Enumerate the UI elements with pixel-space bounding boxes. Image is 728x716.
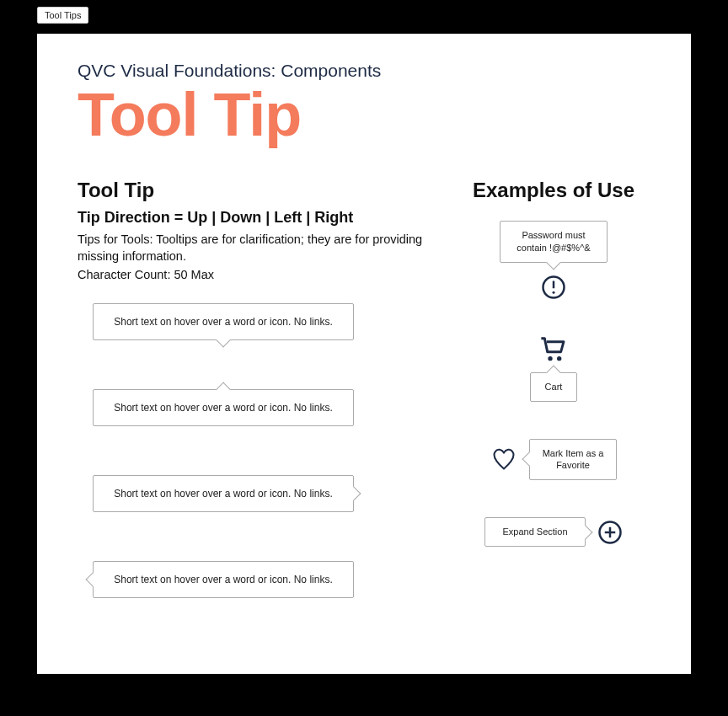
example-tooltip: Mark Item as a Favorite [529, 439, 617, 481]
tooltip-text: Short text on hover over a word or icon.… [114, 488, 332, 500]
svg-point-4 [557, 356, 561, 361]
tooltip-arrow-up-icon [547, 365, 561, 379]
tooltip-arrow-down-icon [217, 334, 231, 348]
example-favorite: Mark Item as a Favorite [457, 439, 650, 481]
tooltip-text: Short text on hover over a word or icon.… [114, 402, 332, 414]
char-count-text: Character Count: 50 Max [78, 268, 423, 281]
tooltip-text: Short text on hover over a word or icon.… [114, 316, 332, 328]
svg-point-2 [553, 291, 555, 293]
example-tooltip: Cart [530, 372, 577, 402]
svg-point-3 [548, 356, 552, 361]
example-cart: Cart [457, 337, 650, 402]
tooltip-arrow-left-icon [86, 573, 100, 587]
example-tooltip: Password must contain !@#$%^& [500, 221, 608, 263]
alert-icon[interactable] [541, 275, 566, 300]
heart-icon[interactable] [490, 447, 517, 471]
tooltip-arrow-left-icon [522, 452, 537, 467]
examples-heading: Examples of Use [457, 179, 650, 202]
description-text: Tips for Tools: Tooltips are for clarifi… [78, 232, 423, 264]
tooltip-arrow-up-icon [217, 382, 231, 397]
page-title: Tool Tip [78, 84, 650, 145]
example-tooltip: Expand Section [484, 517, 586, 547]
cart-icon[interactable] [540, 337, 567, 362]
direction-heading: Tip Direction = Up | Down | Left | Right [78, 209, 423, 227]
example-tooltip-text: Cart [545, 382, 563, 392]
left-column: Tool Tip Tip Direction = Up | Down | Lef… [78, 179, 423, 598]
tooltip-arrow-right-icon [347, 487, 361, 501]
tooltip-arrow-down-icon [547, 255, 561, 270]
section-heading: Tool Tip [78, 179, 423, 202]
tab-tooltips[interactable]: Tool Tips [37, 7, 88, 24]
plus-circle-icon[interactable] [597, 520, 623, 545]
example-tooltip-text: Expand Section [502, 526, 567, 537]
page-canvas: QVC Visual Foundations: Components Tool … [37, 34, 691, 674]
example-tooltip-text: Password must contain !@#$%^& [517, 230, 590, 253]
tooltip-down: Short text on hover over a word or icon.… [93, 303, 354, 340]
example-tooltip-text: Mark Item as a Favorite [543, 448, 604, 471]
tooltip-text: Short text on hover over a word or icon.… [114, 574, 332, 585]
right-column: Examples of Use Password must contain !@… [457, 179, 650, 598]
tooltip-up: Short text on hover over a word or icon.… [93, 389, 354, 426]
tooltip-left: Short text on hover over a word or icon.… [93, 561, 354, 598]
example-expand: Expand Section [457, 517, 650, 547]
example-password: Password must contain !@#$%^& [457, 221, 650, 300]
tooltip-arrow-right-icon [579, 525, 593, 539]
tooltip-right: Short text on hover over a word or icon.… [93, 475, 354, 512]
breadcrumb: QVC Visual Foundations: Components [78, 61, 650, 81]
